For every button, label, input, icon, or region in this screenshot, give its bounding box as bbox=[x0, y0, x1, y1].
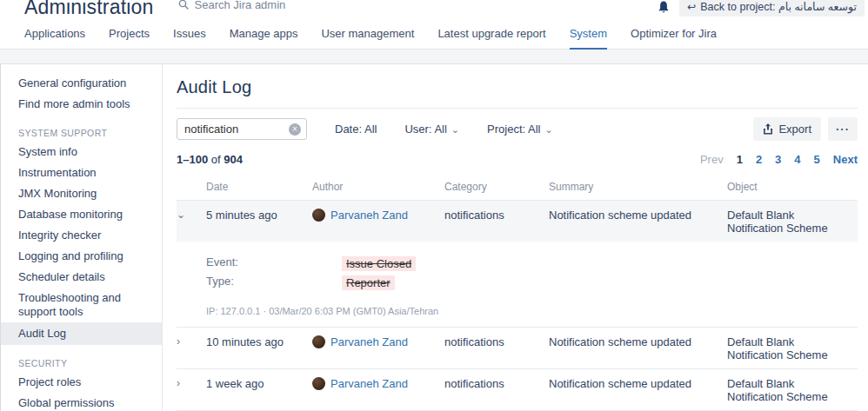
back-to-project-button[interactable]: ↩ Back to project: توسعه سامانه بام bbox=[679, 0, 865, 17]
chevron-right-icon[interactable]: › bbox=[177, 369, 206, 410]
filter-row: notification × Date: All User: All⌄ Proj… bbox=[177, 109, 858, 149]
clear-search-icon[interactable]: × bbox=[289, 123, 301, 136]
row-category: notifications bbox=[444, 201, 549, 242]
removed-value-badge: Issue Closed bbox=[342, 256, 416, 271]
sidebar-section-security: SECURITY bbox=[1, 345, 162, 372]
tab-latest-upgrade-report[interactable]: Latest upgrade report bbox=[437, 19, 545, 50]
header-subband bbox=[0, 50, 868, 64]
row-summary: Notification scheme updated bbox=[549, 369, 727, 410]
sidebar-item-database-monitoring[interactable]: Database monitoring bbox=[1, 204, 162, 225]
project-filter-label: Project: All bbox=[487, 123, 540, 136]
sidebar-item-jmx-monitoring[interactable]: JMX Monitoring bbox=[1, 183, 162, 204]
tab-projects[interactable]: Projects bbox=[109, 19, 150, 50]
author-link[interactable]: Parvaneh Zand bbox=[331, 209, 408, 222]
author-link[interactable]: Parvaneh Zand bbox=[331, 377, 408, 390]
results-count: 1–100 of 904 bbox=[177, 153, 243, 166]
column-header-date: Date bbox=[206, 176, 312, 200]
avatar bbox=[312, 209, 325, 222]
tab-issues[interactable]: Issues bbox=[173, 19, 206, 50]
tab-applications[interactable]: Applications bbox=[24, 19, 85, 50]
removed-value-badge: Reporter bbox=[342, 275, 395, 290]
row-date: 1 week ago bbox=[206, 369, 312, 410]
column-header-object: Object bbox=[727, 176, 858, 200]
user-filter-dropdown[interactable]: User: All⌄ bbox=[404, 123, 459, 136]
admin-search-placeholder: Search Jira admin bbox=[195, 0, 286, 11]
export-button[interactable]: Export bbox=[753, 117, 821, 141]
sidebar-item-project-roles[interactable]: Project roles bbox=[1, 372, 162, 393]
row-date: 5 minutes ago bbox=[206, 201, 312, 242]
export-label: Export bbox=[778, 123, 811, 136]
event-label: Event: bbox=[206, 255, 342, 271]
chevron-down-icon[interactable]: ⌄ bbox=[177, 201, 206, 242]
sidebar-item-scheduler-details[interactable]: Scheduler details bbox=[1, 267, 162, 288]
type-label: Type: bbox=[206, 275, 342, 290]
pagination-page-2[interactable]: 2 bbox=[756, 153, 762, 166]
header-spacer bbox=[177, 176, 206, 200]
results-total: 904 bbox=[224, 153, 243, 166]
pagination-prev[interactable]: Prev bbox=[700, 153, 724, 166]
admin-search[interactable]: Search Jira admin bbox=[178, 0, 286, 11]
column-header-summary: Summary bbox=[549, 176, 727, 200]
jira-admin-page: Administration Search Jira admin ↩ Back … bbox=[0, 0, 868, 411]
pagination: Prev 1 2 3 4 5 Next bbox=[700, 153, 858, 166]
sidebar-item-instrumentation[interactable]: Instrumentation bbox=[1, 162, 162, 183]
sidebar-section-system-support: SYSTEM SUPPORT bbox=[1, 115, 162, 142]
filter-search-input[interactable]: notification × bbox=[177, 118, 307, 140]
sidebar-item-find-more-admin-tools[interactable]: Find more admin tools bbox=[1, 94, 162, 115]
filter-search-value: notification bbox=[184, 123, 289, 136]
column-header-category: Category bbox=[444, 176, 549, 200]
pagination-page-3[interactable]: 3 bbox=[775, 153, 781, 166]
row-object: Default Blank Notification Scheme bbox=[727, 369, 858, 410]
tab-optimizer-for-jira[interactable]: Optimizer for Jira bbox=[631, 19, 717, 50]
notifications-bell-icon[interactable] bbox=[657, 1, 671, 15]
detail-event-row: Event: Issue Closed bbox=[177, 255, 858, 271]
sidebar-item-audit-log[interactable]: Audit Log bbox=[1, 322, 162, 345]
author-link[interactable]: Parvaneh Zand bbox=[331, 335, 408, 348]
project-filter-dropdown[interactable]: Project: All⌄ bbox=[487, 123, 553, 136]
chevron-right-icon[interactable]: › bbox=[177, 328, 206, 368]
row-object: Default Blank Notification Scheme bbox=[727, 328, 858, 368]
sidebar: General configuration Find more admin to… bbox=[1, 64, 163, 411]
avatar bbox=[312, 377, 325, 390]
sidebar-item-integrity-checker[interactable]: Integrity checker bbox=[1, 225, 162, 246]
expanded-row-details: Event: Issue Closed Type: Reporter IP: 1… bbox=[177, 242, 858, 328]
results-row: 1–100 of 904 Prev 1 2 3 4 5 Next bbox=[177, 153, 858, 166]
sidebar-item-troubleshooting[interactable]: Troubleshooting and support tools bbox=[1, 288, 162, 322]
admin-tab-bar: Applications Projects Issues Manage apps… bbox=[0, 19, 868, 50]
more-actions-button[interactable]: ··· bbox=[828, 117, 858, 141]
header-right: ↩ Back to project: توسعه سامانه بام bbox=[657, 0, 865, 17]
tab-manage-apps[interactable]: Manage apps bbox=[230, 19, 298, 50]
tab-system[interactable]: System bbox=[570, 19, 607, 50]
search-icon bbox=[178, 0, 190, 10]
change-details: Event: Issue Closed Type: Reporter bbox=[177, 242, 858, 290]
row-author: Parvaneh Zand bbox=[312, 369, 444, 410]
pagination-page-5[interactable]: 5 bbox=[814, 153, 820, 166]
row-author: Parvaneh Zand bbox=[312, 201, 444, 242]
sidebar-item-general-configuration[interactable]: General configuration bbox=[1, 73, 162, 94]
results-range: 1–100 bbox=[177, 153, 208, 166]
row-category: notifications bbox=[444, 369, 549, 410]
top-header: Administration Search Jira admin ↩ Back … bbox=[0, 0, 868, 19]
content: General configuration Find more admin to… bbox=[0, 64, 868, 411]
page-title: Audit Log bbox=[177, 77, 858, 97]
app-title: Administration bbox=[24, 0, 154, 19]
export-icon bbox=[763, 123, 773, 135]
table-row[interactable]: › 1 week ago Parvaneh Zand notifications… bbox=[177, 369, 858, 411]
row-author: Parvaneh Zand bbox=[312, 328, 444, 368]
sidebar-item-global-permissions[interactable]: Global permissions bbox=[1, 393, 162, 411]
pagination-next[interactable]: Next bbox=[833, 153, 858, 166]
sidebar-item-logging-and-profiling[interactable]: Logging and profiling bbox=[1, 246, 162, 267]
row-category: notifications bbox=[444, 328, 549, 368]
table-row[interactable]: › 10 minutes ago Parvaneh Zand notificat… bbox=[177, 328, 858, 369]
table-row[interactable]: ⌄ 5 minutes ago Parvaneh Zand notificati… bbox=[177, 201, 858, 242]
avatar bbox=[312, 335, 325, 348]
back-to-project-label: Back to project: توسعه سامانه بام bbox=[700, 0, 857, 13]
pagination-page-4[interactable]: 4 bbox=[794, 153, 800, 166]
date-filter-dropdown[interactable]: Date: All bbox=[335, 123, 377, 136]
chevron-down-icon: ⌄ bbox=[451, 124, 459, 135]
audit-table-header: Date Author Category Summary Object bbox=[177, 176, 858, 201]
sidebar-item-system-info[interactable]: System info bbox=[1, 142, 162, 162]
tab-user-management[interactable]: User management bbox=[321, 19, 414, 50]
pagination-page-1[interactable]: 1 bbox=[737, 153, 743, 166]
column-header-author: Author bbox=[312, 176, 444, 200]
